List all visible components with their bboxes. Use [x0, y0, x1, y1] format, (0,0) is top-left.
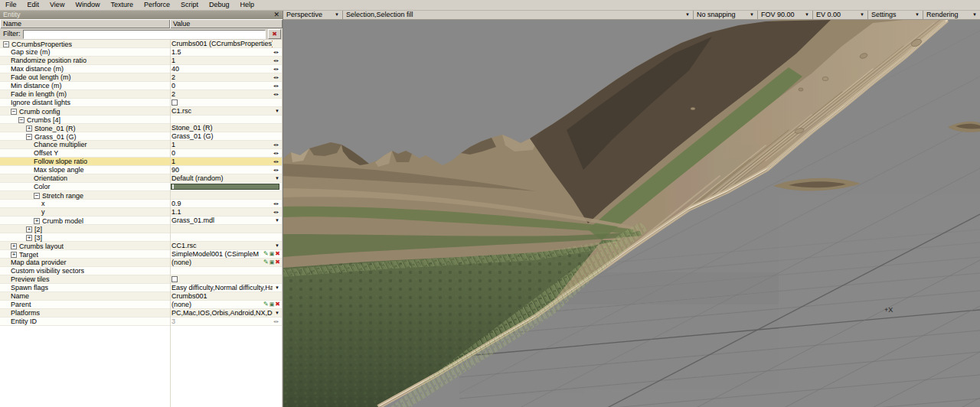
menu-item[interactable]: Help [234, 0, 260, 10]
viewport-3d-canvas[interactable]: +X [283, 20, 980, 407]
property-row[interactable]: − CCrumbsProperties Crumbs001 (CCrumbsPr… [0, 40, 282, 48]
pick-reference-icon[interactable]: ▣ [270, 259, 275, 266]
property-value[interactable]: 1 [172, 158, 273, 165]
property-value[interactable]: Crumbs001 [172, 292, 273, 300]
clear-reference-icon[interactable]: ✖ [275, 250, 280, 258]
menu-item[interactable]: Texture [105, 0, 139, 10]
viewport-toolbar-dropdown[interactable]: Rendering ▼ [923, 10, 980, 19]
edit-icon[interactable]: ✎ [263, 250, 269, 258]
property-row[interactable]: Gap size (m) 1.5 ◂▸ [0, 48, 282, 57]
property-row[interactable]: Name Crumbs001 [0, 292, 282, 301]
spinner-icon[interactable]: ◂▸ [273, 208, 279, 216]
property-row[interactable]: + Target SimpleModel001 (CSimpleMode... … [0, 250, 282, 259]
property-row[interactable]: x 0.9 ◂▸ [0, 200, 282, 208]
property-value[interactable]: 2 [172, 90, 273, 98]
property-row[interactable]: Ignore distant lights [0, 99, 282, 107]
menu-item[interactable]: Edit [22, 0, 45, 10]
viewport-toolbar-dropdown[interactable]: Selection,Selection fill ▼ [343, 10, 694, 19]
spinner-icon[interactable]: ◂▸ [273, 317, 279, 325]
property-value[interactable]: (none) [172, 259, 259, 266]
property-row[interactable]: Custom visibility sectors [0, 267, 282, 275]
property-row[interactable]: − Stretch range [0, 191, 282, 200]
property-row[interactable]: Entity ID 3 ◂▸ [0, 317, 282, 326]
checkbox[interactable] [172, 276, 178, 282]
property-row[interactable]: Follow slope ratio 1 ◂▸ [0, 158, 282, 166]
viewport-toolbar-dropdown[interactable]: EV 0.00 ▼ [813, 10, 868, 19]
chevron-down-icon[interactable]: ▼ [275, 284, 279, 291]
property-value[interactable]: 1.1 [172, 208, 273, 216]
expand-toggle-icon[interactable]: − [34, 193, 40, 199]
property-row[interactable]: Preview tiles [0, 275, 282, 284]
spinner-icon[interactable]: ◂▸ [273, 82, 279, 90]
property-value[interactable]: Stone_01 (R) [172, 124, 273, 132]
property-value[interactable]: Grass_01.mdl [172, 217, 273, 224]
property-value[interactable]: SimpleModel001 (CSimpleMode... [172, 250, 259, 258]
expand-toggle-icon[interactable]: + [26, 226, 32, 233]
expand-toggle-icon[interactable]: + [34, 218, 40, 224]
property-row[interactable]: Chance multiplier 1 ◂▸ [0, 141, 282, 149]
color-value-field[interactable] [171, 184, 279, 190]
property-value[interactable]: 0 [172, 82, 273, 90]
expand-toggle-icon[interactable]: − [26, 134, 32, 140]
spinner-icon[interactable]: ◂▸ [273, 149, 279, 157]
column-header-name[interactable]: Name [0, 19, 170, 28]
property-value[interactable]: 40 [172, 65, 273, 73]
property-row[interactable]: Orientation Default (random) ▼ [0, 174, 282, 183]
property-row[interactable]: + Stone_01 (R) Stone_01 (R) [0, 124, 282, 132]
property-row[interactable]: + [2] [0, 225, 282, 233]
chevron-down-icon[interactable]: ▼ [275, 174, 279, 182]
property-row[interactable]: Platforms PC,Mac,IOS,Orbis,Android,NX,Du… [0, 309, 282, 317]
property-value[interactable]: Crumbs001 (CCrumbsProperties) [172, 40, 273, 47]
spinner-icon[interactable]: ◂▸ [273, 158, 279, 165]
edit-icon[interactable]: ✎ [263, 259, 269, 266]
expand-toggle-icon[interactable]: − [3, 41, 9, 47]
spinner-icon[interactable]: ◂▸ [273, 73, 279, 81]
property-value[interactable]: 2 [172, 73, 273, 81]
chevron-down-icon[interactable]: ▼ [275, 309, 279, 317]
checkbox[interactable] [172, 99, 178, 106]
spinner-icon[interactable]: ◂▸ [273, 90, 279, 98]
column-header-value[interactable]: Value [170, 19, 283, 28]
property-value[interactable]: CC1.rsc [172, 242, 273, 249]
clear-reference-icon[interactable]: ✖ [275, 301, 280, 308]
property-value[interactable]: Easy difficulty,Normal difficulty,Har... [172, 284, 273, 291]
menu-item[interactable]: Script [175, 0, 204, 10]
expand-toggle-icon[interactable]: + [11, 243, 17, 249]
expand-toggle-icon[interactable]: + [26, 125, 32, 132]
pick-reference-icon[interactable]: ▣ [270, 301, 275, 308]
viewport-toolbar-dropdown[interactable]: No snapping ▼ [694, 10, 758, 19]
spinner-icon[interactable]: ◂▸ [273, 57, 279, 64]
property-row[interactable]: Fade in length (m) 2 ◂▸ [0, 90, 282, 99]
close-icon[interactable]: ✕ [273, 10, 279, 19]
property-row[interactable]: Color [0, 183, 282, 191]
property-value[interactable]: PC,Mac,IOS,Orbis,Android,NX,Dura... [172, 309, 273, 317]
property-value[interactable]: 1 [172, 57, 273, 64]
property-value[interactable]: 3 [172, 317, 273, 325]
property-row[interactable]: Max slope angle 90 ◂▸ [0, 166, 282, 174]
property-row[interactable]: Parent (none) ✎▣✖ [0, 301, 282, 309]
property-value[interactable]: 1 [172, 141, 273, 148]
menu-item[interactable]: Perforce [139, 0, 175, 10]
property-row[interactable]: + Crumb model Grass_01.mdl ▼ [0, 217, 282, 225]
expand-toggle-icon[interactable]: − [11, 109, 17, 115]
chevron-down-icon[interactable]: ▼ [275, 217, 279, 224]
clear-reference-icon[interactable]: ✖ [275, 259, 280, 266]
property-value[interactable]: 0 [172, 149, 273, 157]
property-value[interactable]: Grass_01 (G) [172, 132, 273, 140]
filter-input[interactable] [23, 30, 266, 39]
property-row[interactable]: Max distance (m) 40 ◂▸ [0, 65, 282, 73]
viewport-toolbar-dropdown[interactable]: Settings ▼ [868, 10, 923, 19]
spinner-icon[interactable]: ◂▸ [273, 200, 279, 207]
spinner-icon[interactable]: ◂▸ [273, 141, 279, 148]
property-row[interactable]: − Crumbs [4] [0, 116, 282, 124]
property-row[interactable]: Min distance (m) 0 ◂▸ [0, 82, 282, 90]
property-row[interactable]: Map data provider (none) ✎▣✖ [0, 259, 282, 267]
menu-item[interactable]: View [44, 0, 70, 10]
property-row[interactable]: Fade out length (m) 2 ◂▸ [0, 73, 282, 82]
menu-item[interactable]: File [0, 0, 22, 10]
filter-clear-button[interactable]: ✖ [268, 29, 281, 39]
property-row[interactable]: + Crumbs layout CC1.rsc ▼ [0, 242, 282, 250]
property-row[interactable]: + [3] [0, 233, 282, 242]
property-row[interactable]: − Grass_01 (G) Grass_01 (G) [0, 132, 282, 141]
spinner-icon[interactable]: ◂▸ [273, 48, 279, 56]
